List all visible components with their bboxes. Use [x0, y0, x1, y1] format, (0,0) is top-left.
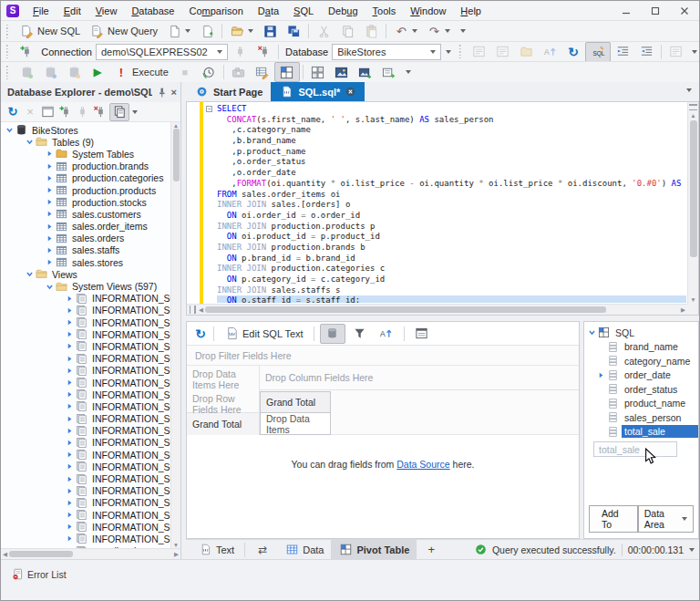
toolbar-grip[interactable]: [6, 25, 11, 38]
tree-item[interactable]: sales.customers: [1, 208, 180, 220]
refresh-icon[interactable]: ↻: [193, 326, 208, 341]
run-button[interactable]: ▶: [86, 63, 109, 81]
tree-item[interactable]: INFORMATION_SCHEMA.COL: [1, 340, 180, 352]
outline-button[interactable]: [514, 43, 538, 61]
tree-item[interactable]: INFORMATION_SCHEMA.TAB: [1, 472, 180, 484]
chevron-right-icon[interactable]: [64, 391, 76, 398]
chevron-right-icon[interactable]: [64, 416, 76, 422]
edit-data-button[interactable]: [251, 63, 274, 81]
menu-item-database[interactable]: Database: [124, 3, 181, 19]
menu-item-window[interactable]: Window: [403, 3, 453, 19]
tree-item[interactable]: INFORMATION_SCHEMA.COL: [1, 353, 180, 365]
scrollbar-thumb[interactable]: [9, 551, 73, 557]
chevron-right-icon[interactable]: [44, 150, 56, 157]
code-line[interactable]: ON oi.order_id = o.order_id: [217, 211, 686, 222]
database-select[interactable]: BikeStores: [332, 44, 441, 60]
toolbar-overflow-icon[interactable]: [132, 110, 138, 114]
paste-button[interactable]: [359, 22, 383, 40]
chevron-right-icon[interactable]: [64, 476, 76, 482]
sort-button[interactable]: A: [375, 325, 398, 343]
chevron-down-icon[interactable]: [4, 127, 15, 133]
scroll-right-icon[interactable]: ▶: [174, 551, 179, 558]
chevron-down-icon[interactable]: [682, 517, 687, 521]
tree-item[interactable]: INFORMATION_SCHEMA.SCH: [1, 449, 180, 461]
tree-item[interactable]: production.categories: [1, 172, 180, 184]
field-item-total_sale[interactable]: total_sale: [584, 425, 698, 440]
scroll-up-icon[interactable]: ▲: [173, 122, 179, 129]
scrollbar-thumb[interactable]: [690, 120, 697, 257]
stop-button[interactable]: ■: [173, 63, 197, 81]
chevron-right-icon[interactable]: [44, 259, 56, 265]
chart-button[interactable]: [330, 63, 354, 81]
chevron-right-icon[interactable]: [64, 403, 76, 409]
connect-button[interactable]: [228, 43, 252, 61]
tree-item[interactable]: sys.all_columns: [1, 545, 180, 548]
code-line[interactable]: ,c.category_name: [217, 125, 686, 136]
chevron-right-icon[interactable]: [64, 463, 76, 470]
scroll-left-icon[interactable]: ◀: [199, 306, 203, 314]
code-line[interactable]: ,p.product_name: [217, 147, 686, 158]
database-refresh-button[interactable]: [38, 63, 62, 81]
chevron-right-icon[interactable]: [44, 163, 56, 170]
editor-horizontal-scrollbar[interactable]: ◀ ▶: [187, 304, 687, 315]
tab-data[interactable]: Data: [277, 540, 331, 560]
menu-item-edit[interactable]: Edit: [57, 3, 88, 19]
chevron-right-icon[interactable]: [44, 199, 56, 205]
code-line[interactable]: ON p.brand_id = b.brand_id: [217, 254, 686, 264]
chevron-down-icon[interactable]: [689, 548, 695, 552]
scroll-down-icon[interactable]: ▼: [173, 542, 179, 548]
tree-item[interactable]: INFORMATION_SCHEMA.CHE: [1, 293, 180, 305]
code-line[interactable]: SELECT: [217, 104, 686, 115]
chevron-right-icon[interactable]: [64, 379, 76, 386]
data-source-toggle-button[interactable]: [320, 324, 345, 344]
chevron-right-icon[interactable]: [64, 356, 76, 362]
database-diagram-button[interactable]: [15, 63, 38, 81]
sql-editor[interactable]: − SELECT CONCAT(s.first_name, ' ', s.las…: [186, 101, 699, 316]
chevron-down-icon[interactable]: [185, 29, 190, 33]
field-item-product_name[interactable]: product_name: [584, 397, 698, 411]
field-item-brand_name[interactable]: brand_name: [584, 340, 698, 355]
tab-pivot-table[interactable]: Pivot Table: [331, 540, 417, 560]
drop-filter-zone[interactable]: Drop Filter Fields Here: [187, 346, 579, 366]
code-area[interactable]: SELECT CONCAT(s.first_name, ' ', s.last_…: [217, 104, 686, 303]
save-button[interactable]: [258, 22, 282, 40]
filter-button[interactable]: [348, 325, 372, 343]
chevron-right-icon[interactable]: [64, 451, 76, 458]
tree-item[interactable]: INFORMATION_SCHEMA.REF: [1, 413, 180, 425]
chevron-right-icon[interactable]: [64, 368, 76, 374]
tree-item[interactable]: INFORMATION_SCHEMA.VIE: [1, 533, 180, 544]
close-panel-icon[interactable]: ×: [171, 87, 177, 98]
chevron-right-icon[interactable]: [44, 211, 56, 217]
drop-row-fields-zone[interactable]: Drop Row Fields Here: [187, 390, 260, 413]
field-item-category_name[interactable]: category_name: [584, 354, 698, 368]
chevron-down-icon[interactable]: [24, 271, 36, 277]
toolbar-overflow-icon[interactable]: [406, 70, 411, 74]
fields-root[interactable]: SQL: [584, 326, 698, 340]
field-item-order_date[interactable]: order_date: [584, 368, 698, 383]
chevron-right-icon[interactable]: [64, 440, 76, 446]
scroll-down-icon[interactable]: ▼: [690, 296, 695, 303]
code-line[interactable]: ON oi.product_id = p.product_id: [217, 232, 686, 243]
code-line[interactable]: ,FORMAT(oi.quantity * oi.list_price - oi…: [217, 179, 686, 190]
new-query-button[interactable]: New Query: [85, 22, 162, 40]
tab-list-icon[interactable]: [686, 88, 692, 92]
properties-window-icon[interactable]: [40, 105, 55, 119]
scrollbar-thumb[interactable]: [205, 306, 606, 313]
layout-button[interactable]: [306, 63, 330, 81]
chevron-down-icon[interactable]: [586, 329, 598, 336]
chevron-right-icon[interactable]: [64, 535, 76, 542]
tree-item[interactable]: INFORMATION_SCHEMA.DOM: [1, 365, 180, 377]
delete-icon[interactable]: ×: [23, 105, 37, 119]
menu-item-tools[interactable]: Tools: [365, 3, 404, 19]
uncomment-button[interactable]: [490, 43, 514, 61]
explorer-horizontal-scrollbar[interactable]: ◀ ▶: [1, 548, 180, 559]
duplicate-document-button[interactable]: [109, 103, 129, 121]
close-button[interactable]: [670, 1, 699, 20]
query-history-button[interactable]: [197, 63, 221, 81]
refresh-button[interactable]: ↻: [561, 43, 585, 61]
drop-column-fields-zone[interactable]: Drop Column Fields Here: [260, 366, 579, 390]
tree-item[interactable]: INFORMATION_SCHEMA.DOM: [1, 377, 180, 389]
area-select[interactable]: Data Area: [638, 505, 694, 533]
menu-item-debug[interactable]: Debug: [321, 3, 365, 19]
tree-item[interactable]: System Tables: [1, 148, 180, 160]
